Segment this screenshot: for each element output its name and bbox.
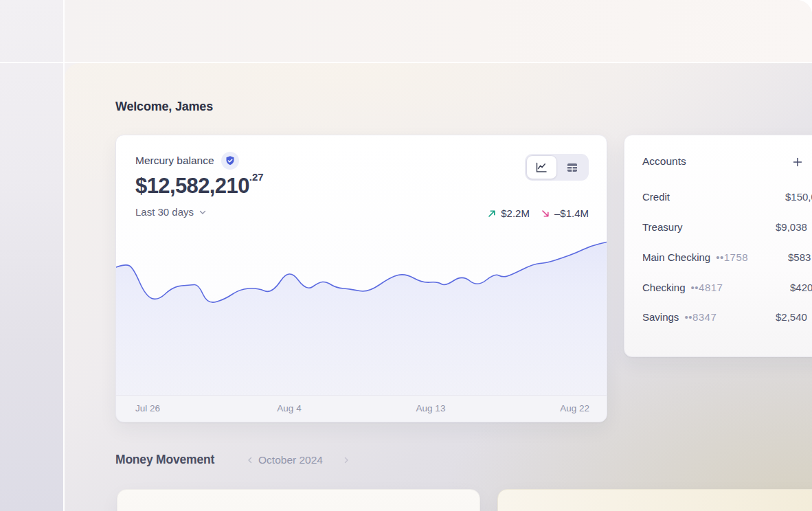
x-axis-tick: Jul 26 (135, 403, 160, 413)
chart-x-axis: Jul 26 Aug 4 Aug 13 Aug 22 (116, 395, 607, 422)
add-account-button[interactable] (789, 154, 806, 170)
account-mask: ••4817 (691, 282, 723, 293)
balance-amount: $12,582,210.27 (135, 171, 264, 198)
top-bar (63, 0, 812, 62)
table-view-button[interactable] (557, 155, 588, 179)
account-name: Credit (642, 191, 675, 203)
left-rail (0, 0, 63, 511)
screen: Welcome, James Mercury balance $12, (0, 0, 812, 511)
account-balance: $150,0 (785, 191, 812, 203)
arrow-up-right-icon (487, 209, 497, 218)
inflow-value: $2.2M (501, 207, 530, 219)
account-balance: $583 (788, 251, 811, 263)
accounts-title: Accounts (642, 155, 686, 168)
balance-card-header: Mercury balance (135, 152, 239, 170)
account-row[interactable]: Credit $150,0 (624, 191, 812, 206)
money-movement-card-right (497, 489, 812, 511)
main-panel: Welcome, James Mercury balance $12, (65, 63, 812, 511)
plus-icon (791, 156, 804, 168)
table-icon (565, 161, 579, 174)
period-label[interactable]: October 2024 (258, 454, 323, 466)
account-row[interactable]: Treasury $9,038 (624, 221, 812, 236)
account-row[interactable]: Savings••8347 $2,540 (624, 311, 812, 326)
x-axis-tick: Aug 13 (416, 403, 446, 413)
money-movement-header: Money Movement October 2024 (115, 453, 353, 467)
account-balance: $2,540 (776, 311, 807, 323)
x-axis-tick: Aug 22 (560, 403, 589, 413)
mercury-balance-card: Mercury balance $12,582,210.27 Last 30 d… (115, 135, 607, 422)
shield-check-icon (225, 155, 236, 166)
line-chart-view-button[interactable] (526, 155, 557, 179)
date-range-label: Last 30 days (135, 206, 194, 218)
balance-amount-cents: .27 (249, 171, 264, 183)
next-month-button[interactable] (339, 453, 353, 467)
balance-line-chart (116, 238, 607, 396)
app-window: Welcome, James Mercury balance $12, (0, 0, 812, 511)
account-name: Treasury (642, 221, 688, 233)
line-chart-icon (534, 161, 548, 174)
chart-table-toggle (525, 154, 589, 181)
account-balance: $9,038 (776, 221, 807, 233)
verified-badge (221, 152, 239, 170)
account-mask: ••1758 (716, 251, 748, 263)
money-movement-card-left (117, 489, 480, 511)
date-range-dropdown[interactable]: Last 30 days (135, 206, 207, 218)
inflow-outflow-stats: $2.2M –$1.4M (487, 207, 589, 219)
balance-card-title: Mercury balance (135, 155, 214, 167)
account-name: Checking••4817 (642, 282, 723, 293)
balance-amount-main: $12,582,210 (135, 174, 249, 198)
previous-month-button[interactable] (243, 453, 257, 467)
arrow-down-right-icon (541, 209, 550, 218)
outflow-value: –$1.4M (554, 207, 589, 219)
account-balance: $420 (790, 282, 812, 293)
x-axis-tick: Aug 4 (277, 403, 301, 413)
chevron-down-icon (199, 208, 207, 216)
account-row[interactable]: Checking••4817 $420 (624, 282, 812, 297)
account-mask: ••8347 (684, 311, 717, 323)
outflow-stat: –$1.4M (541, 207, 589, 219)
page-title: Welcome, James (115, 100, 213, 114)
account-row[interactable]: Main Checking••1758 $583 (624, 251, 812, 266)
account-name: Savings••8347 (642, 311, 717, 323)
account-name: Main Checking••1758 (642, 251, 748, 263)
money-movement-title: Money Movement (115, 453, 214, 467)
accounts-card: Accounts Credit $150,0 Treasury $9,0 (624, 135, 812, 357)
inflow-stat: $2.2M (487, 207, 530, 219)
